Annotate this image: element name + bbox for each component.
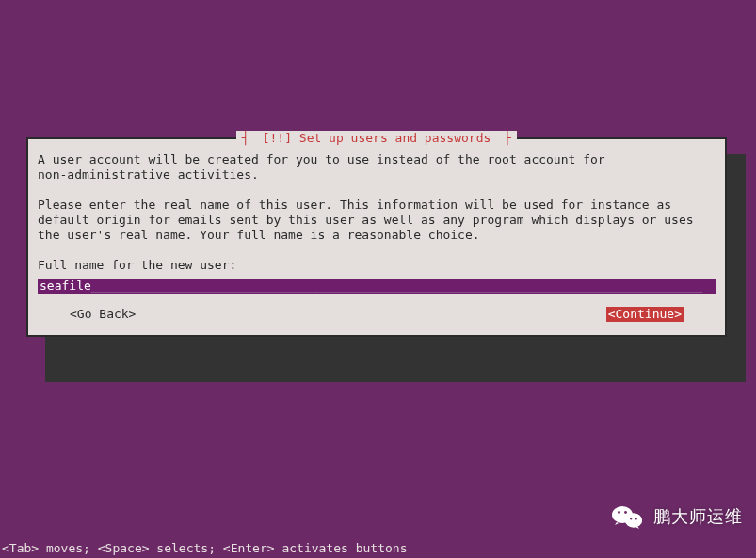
watermark: 鹏大师运维 [610, 500, 743, 534]
svg-point-5 [624, 511, 627, 514]
spacer [38, 243, 716, 258]
dialog-title-wrap: ┤ [!!] Set up users and passwords ├ [28, 131, 725, 146]
dialog-paragraph-1: A user account will be created for you t… [38, 152, 716, 183]
fullname-input-value: seafile [40, 279, 91, 293]
dialog-prompt: Full name for the new user: [38, 258, 716, 273]
nav-row: <Go Back> <Continue> [38, 307, 716, 322]
keyboard-hint: <Tab> moves; <Space> selects; <Enter> ac… [2, 541, 407, 556]
dialog-title: ┤ [!!] Set up users and passwords ├ [236, 131, 517, 145]
svg-point-7 [635, 518, 637, 519]
continue-button[interactable]: <Continue> [606, 307, 684, 322]
input-padding: ________________________________________… [91, 279, 703, 293]
svg-point-3 [625, 514, 642, 528]
installer-dialog: ┤ [!!] Set up users and passwords ├ A us… [26, 137, 727, 337]
go-back-button[interactable]: <Go Back> [70, 307, 136, 322]
svg-point-6 [630, 518, 632, 519]
fullname-input[interactable]: seafile_________________________________… [38, 279, 716, 294]
svg-point-4 [618, 511, 620, 514]
wechat-icon [610, 500, 644, 534]
dialog-paragraph-2: Please enter the real name of this user.… [38, 198, 716, 243]
spacer [38, 183, 716, 198]
watermark-text: 鹏大师运维 [653, 509, 743, 524]
